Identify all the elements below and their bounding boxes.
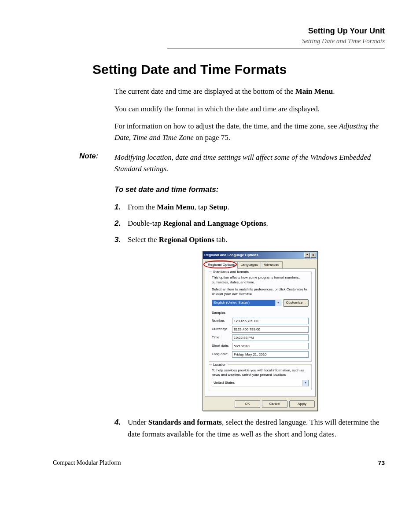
shortdate-sample: 5/21/2010 [232,343,309,349]
group-description: To help services provide you with local … [212,368,309,378]
footer-product: Compact Modular Platform [53,459,121,466]
dialog-titlebar: Regional and Language Options ? × [203,252,317,259]
tab-body: Standards and formats This option affect… [205,269,316,397]
field-label: Currency: [212,327,232,332]
location-dropdown[interactable]: United States ▾ [212,380,309,386]
note-block: Note: Modifying location, date and time … [79,152,385,174]
paragraph: The current date and time are displayed … [114,86,385,97]
tab-languages[interactable]: Languages [237,261,261,268]
locale-dropdown[interactable]: English (United States) ▾ [212,300,281,306]
regional-options-dialog: Regional and Language Options ? × Region… [203,251,318,411]
note-text: Modifying location, date and time settin… [114,152,385,174]
number-sample: 123,456,789.00 [232,318,309,324]
location-group: Location To help services provide you wi… [209,364,312,391]
field-label: Long date: [212,352,232,357]
chevron-down-icon: ▾ [275,300,281,306]
procedure-steps: From the Main Menu, tap Setup. Double-ta… [114,201,385,440]
section-heading: Setting Date and Time Formats [92,62,385,77]
paragraph: For information on how to adjust the dat… [114,121,385,143]
apply-button[interactable]: Apply [289,400,315,408]
help-button[interactable]: ? [304,253,310,258]
samples-label: Samples [212,310,309,316]
currency-sample: $123,456,789.00 [232,326,309,333]
group-description: Select an item to match its preferences,… [212,287,309,297]
document-page: Setting Up Your Unit Setting Date and Ti… [0,0,420,484]
group-label: Location [212,362,228,368]
field-label: Number: [212,318,232,324]
procedure-title: To set date and time formats: [114,185,385,194]
tab-regional-options[interactable]: Regional Options [205,261,238,269]
close-button[interactable]: × [310,253,316,258]
step: Select the Regional Options tab. Regiona… [114,234,385,411]
page-header: Setting Up Your Unit Setting Date and Ti… [167,26,385,45]
field-label: Time: [212,335,232,341]
group-description: This option affects how some programs fo… [212,275,309,285]
ok-button[interactable]: OK [235,400,260,408]
paragraph: You can modify the format in which the d… [114,103,385,115]
header-rule [167,48,385,49]
group-label: Standards and formats [212,269,250,275]
body-text: The current date and time are displayed … [114,86,385,143]
step: From the Main Menu, tap Setup. [114,201,385,213]
page-footer: Compact Modular Platform 73 [53,459,385,466]
customize-button[interactable]: Customize... [283,299,309,307]
step: Double-tap Regional and Language Options… [114,217,385,229]
page-number: 73 [378,459,385,466]
tab-advanced[interactable]: Advanced [261,261,283,268]
longdate-sample: Friday, May 21, 2010 [232,351,309,358]
field-label: Short date: [212,343,232,349]
standards-formats-group: Standards and formats This option affect… [209,272,312,361]
tab-row: Regional Options Languages Advanced [205,261,316,269]
dialog-title: Regional and Language Options [204,253,258,258]
cancel-button[interactable]: Cancel [262,400,287,408]
step: Under Standards and formats, select the … [114,416,385,440]
dialog-button-row: OK Cancel Apply [203,399,317,411]
note-label: Note: [79,152,114,174]
chevron-down-icon: ▾ [302,380,308,386]
time-sample: 10:22:53 PM [232,334,309,341]
section-subtitle: Setting Date and Time Formats [167,37,385,45]
chapter-title: Setting Up Your Unit [167,26,385,36]
